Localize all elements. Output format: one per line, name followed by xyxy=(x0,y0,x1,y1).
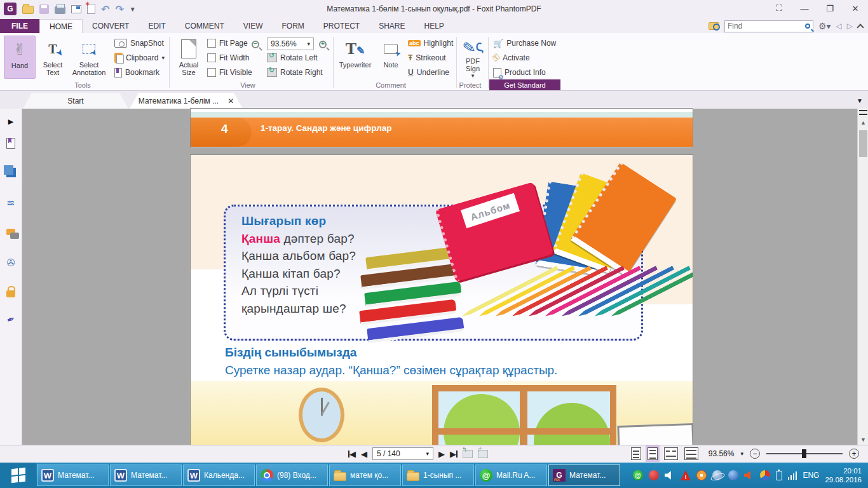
messenger-tray-icon[interactable] xyxy=(728,470,738,480)
zoom-dropdown-icon[interactable]: ▾ xyxy=(307,41,310,47)
actual-size-button[interactable]: Actual Size xyxy=(173,36,205,79)
tab-share[interactable]: SHARE xyxy=(369,19,414,33)
doc-tab-close-icon[interactable]: ✕ xyxy=(227,97,234,105)
group-label-get-standard[interactable]: Get Standard xyxy=(489,79,560,90)
fit-page-button[interactable]: Fit Page xyxy=(207,37,248,50)
clipboard-button[interactable]: Clipboard ▾ xyxy=(114,51,165,64)
fit-visible-button[interactable]: Fit Visible xyxy=(207,66,252,79)
tab-comment[interactable]: COMMENT xyxy=(175,19,234,33)
vertical-scrollbar[interactable]: ▲ ▼ xyxy=(857,109,868,445)
highlight-button[interactable]: abc Highlight xyxy=(408,37,453,50)
continuous-view-button[interactable] xyxy=(648,447,658,460)
tab-protect[interactable]: PROTECT xyxy=(314,19,369,33)
status-zoom-value[interactable]: 93.56% xyxy=(709,449,735,458)
network-signal-icon[interactable] xyxy=(788,471,797,480)
antivirus-tray-icon[interactable] xyxy=(696,470,707,480)
tab-edit[interactable]: EDIT xyxy=(139,19,175,33)
taskbar-button-mailru[interactable]: @ Mail.Ru A... xyxy=(475,464,547,486)
planet-tray-icon[interactable] xyxy=(712,470,722,480)
scroll-down-icon[interactable]: ▼ xyxy=(858,435,868,445)
select-text-button[interactable]: T Select Text xyxy=(37,36,69,79)
document-view-area[interactable]: ▶ ≋ ✇ ✒ 4 1-тарау. Сандар және цифрлар xyxy=(0,109,868,445)
doc-tab-current[interactable]: Математика 1-бөлім ... ✕ xyxy=(130,93,243,109)
tab-home[interactable]: HOME xyxy=(39,19,83,33)
tab-form[interactable]: FORM xyxy=(272,19,313,33)
facing-view-button[interactable] xyxy=(664,447,678,460)
zoom-in-button[interactable]: + xyxy=(319,38,327,51)
language-indicator[interactable]: ENG xyxy=(803,471,819,480)
tab-file[interactable]: FILE xyxy=(0,19,39,33)
page-thumbnails-panel-icon[interactable] xyxy=(4,166,17,179)
next-page-button[interactable]: ▶ xyxy=(438,449,445,459)
comments-panel-icon[interactable] xyxy=(4,226,17,238)
next-view-button[interactable] xyxy=(478,450,488,458)
rotate-left-button[interactable]: Rotate Left xyxy=(267,51,318,64)
tab-list-dropdown-icon[interactable]: ▼ xyxy=(857,97,863,104)
taskbar-button-word-2[interactable]: W Математ... xyxy=(110,464,182,486)
strikeout-button[interactable]: Ŧ Strikeout xyxy=(408,51,446,64)
page-dropdown-icon[interactable]: ▾ xyxy=(426,451,429,457)
product-info-button[interactable]: Product Info xyxy=(493,66,546,79)
battery-icon[interactable] xyxy=(776,471,782,480)
last-page-button[interactable]: ▶ xyxy=(450,449,458,459)
taskbar-button-chrome[interactable]: (98) Вход... xyxy=(256,464,328,486)
search-icon[interactable] xyxy=(805,24,810,29)
collapse-ribbon-icon[interactable] xyxy=(857,24,864,30)
find-input[interactable] xyxy=(728,22,805,30)
tab-help[interactable]: HELP xyxy=(414,19,453,33)
layers-panel-icon[interactable]: ≋ xyxy=(4,196,17,209)
underline-button[interactable]: U Underline xyxy=(408,66,449,79)
gear-icon[interactable]: ⚙▾ xyxy=(818,21,831,31)
warning-tray-icon[interactable]: ! xyxy=(681,470,691,480)
activate-button[interactable]: ⚿ Activate xyxy=(493,51,530,64)
fullscreen-icon[interactable]: ⛶ xyxy=(766,0,792,17)
bookmarks-panel-icon[interactable] xyxy=(4,137,17,149)
hand-tool-button[interactable]: ✌ Hand xyxy=(4,36,36,79)
note-button[interactable]: Note xyxy=(377,36,404,79)
minimize-icon[interactable]: — xyxy=(792,0,817,17)
zoom-slider-thumb[interactable] xyxy=(802,449,806,458)
clipboard-dropdown-icon[interactable]: ▾ xyxy=(161,55,165,61)
tab-view[interactable]: VIEW xyxy=(234,19,273,33)
zoom-out-button[interactable]: − xyxy=(252,38,259,51)
bookmark-button[interactable]: Bookmark xyxy=(114,66,159,79)
mailru-tray-icon[interactable]: @ xyxy=(633,470,643,480)
zoom-slider[interactable] xyxy=(766,453,843,454)
single-page-view-button[interactable] xyxy=(631,447,641,460)
next-view-arrow-icon[interactable]: ▷ xyxy=(847,22,853,30)
split-view-handle[interactable] xyxy=(859,110,867,115)
doc-tab-start[interactable]: Start xyxy=(23,93,128,109)
first-page-button[interactable]: ◀ xyxy=(348,449,356,459)
taskbar-button-folder-2[interactable]: 1-сынып ... xyxy=(402,464,474,486)
clock-indicator[interactable]: 20:01 29.08.2016 xyxy=(825,466,862,484)
security-panel-icon[interactable] xyxy=(4,285,17,298)
page-number-box[interactable]: 5 / 140 ▾ xyxy=(372,447,433,460)
taskbar-button-word-3[interactable]: W Кальенда... xyxy=(183,464,255,486)
restore-icon[interactable]: ❐ xyxy=(817,0,843,17)
scrollbar-thumb[interactable] xyxy=(859,130,867,157)
security-tray-icon[interactable] xyxy=(649,470,659,480)
previous-view-button[interactable] xyxy=(463,450,473,458)
rotate-right-button[interactable]: Rotate Right xyxy=(267,66,323,79)
attachments-panel-icon[interactable]: ✇ xyxy=(4,256,17,269)
zoom-combobox[interactable]: 93.56% ▾ xyxy=(267,37,314,50)
taskbar-button-folder-1[interactable]: матем қо... xyxy=(329,464,401,486)
previous-view-arrow-icon[interactable]: ◁ xyxy=(836,22,842,30)
status-zoom-dropdown-icon[interactable]: ▾ xyxy=(740,451,743,457)
volume-tray-icon[interactable] xyxy=(665,470,675,480)
find-in-folder-icon[interactable] xyxy=(709,22,719,30)
snapshot-button[interactable]: SnapShot xyxy=(114,37,164,50)
digital-signatures-panel-icon[interactable]: ✒ xyxy=(4,313,17,326)
zoom-out-status-button[interactable]: − xyxy=(750,449,760,459)
typewriter-button[interactable]: T✎ Typewriter xyxy=(336,36,375,79)
start-button[interactable] xyxy=(0,463,36,488)
previous-page-button[interactable]: ◀ xyxy=(361,449,367,459)
continuous-facing-view-button[interactable] xyxy=(684,447,698,460)
daemon-tools-tray-icon[interactable] xyxy=(760,470,770,480)
purchase-now-button[interactable]: 🛒 Purchase Now xyxy=(493,37,556,50)
pdf-sign-button[interactable]: ✎ς PDF Sign ▾ xyxy=(459,36,487,79)
expand-panel-arrow-icon[interactable]: ▶ xyxy=(4,115,17,128)
close-icon[interactable]: ✕ xyxy=(843,0,868,17)
taskbar-button-word-1[interactable]: W Математ... xyxy=(37,464,109,486)
scroll-up-icon[interactable]: ▲ xyxy=(858,118,868,128)
